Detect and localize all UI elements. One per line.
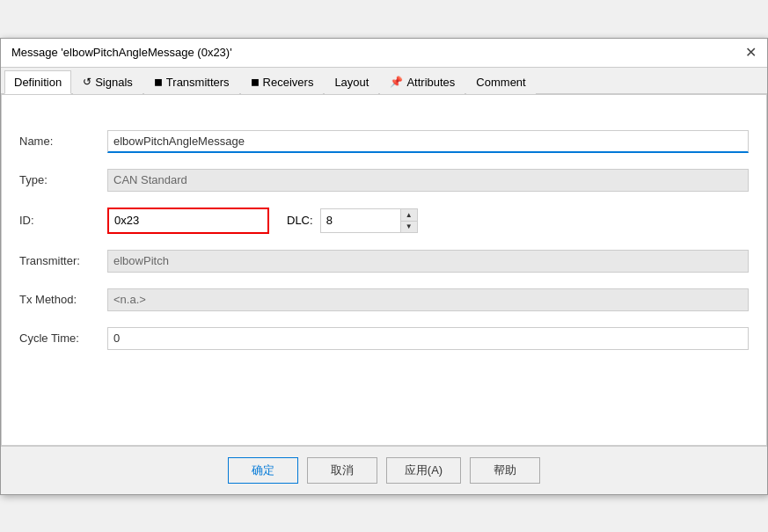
- tx-method-row: Tx Method:: [19, 288, 749, 311]
- cancel-button[interactable]: 取消: [307, 457, 377, 484]
- transmitter-input: [107, 250, 749, 273]
- transmitter-label: Transmitter:: [19, 254, 107, 267]
- dlc-decrement-button[interactable]: ▼: [401, 221, 417, 232]
- tab-layout[interactable]: Layout: [325, 70, 378, 94]
- tab-attributes-label: Attributes: [406, 76, 455, 89]
- signals-icon: ↺: [83, 76, 91, 88]
- dlc-spinner: ▲ ▼: [320, 208, 418, 233]
- window-title: Message 'elbowPitchAngleMessage (0x23)': [11, 46, 232, 59]
- receivers-icon: ◼: [251, 76, 260, 88]
- id-dlc-group: DLC: ▲ ▼: [107, 208, 418, 234]
- cycle-time-label: Cycle Time:: [19, 332, 107, 345]
- tx-method-input: [107, 288, 749, 311]
- tab-layout-label: Layout: [334, 76, 369, 89]
- tab-comment[interactable]: Comment: [466, 70, 535, 94]
- dialog-window: Message 'elbowPitchAngleMessage (0x23)' …: [0, 38, 768, 495]
- type-label: Type:: [19, 173, 107, 186]
- name-input[interactable]: [107, 130, 749, 153]
- tab-signals-label: Signals: [95, 76, 133, 89]
- tab-definition[interactable]: Definition: [4, 70, 71, 94]
- id-row: ID: DLC: ▲ ▼: [19, 208, 749, 234]
- dlc-increment-button[interactable]: ▲: [401, 209, 417, 221]
- title-bar: Message 'elbowPitchAngleMessage (0x23)' …: [1, 39, 767, 68]
- footer: 确定 取消 应用(A) 帮助: [1, 446, 767, 494]
- close-button[interactable]: ✕: [745, 46, 757, 60]
- name-label: Name:: [19, 135, 107, 148]
- apply-button[interactable]: 应用(A): [386, 457, 461, 484]
- tab-receivers[interactable]: ◼ Receivers: [241, 70, 324, 94]
- dlc-wrapper: DLC: ▲ ▼: [287, 208, 418, 233]
- tab-bar: Definition ↺ Signals ◼ Transmitters ◼ Re…: [1, 68, 767, 94]
- type-input: [107, 169, 749, 192]
- tab-receivers-label: Receivers: [263, 76, 314, 89]
- ok-button[interactable]: 确定: [228, 457, 298, 484]
- tab-content: Name: Type: ID: DLC: ▲: [1, 94, 767, 446]
- tx-method-label: Tx Method:: [19, 293, 107, 306]
- tab-attributes[interactable]: 📌 Attributes: [380, 70, 464, 94]
- cycle-time-input[interactable]: [107, 327, 749, 350]
- tab-comment-label: Comment: [476, 76, 525, 89]
- transmitter-row: Transmitter:: [19, 250, 749, 273]
- help-button[interactable]: 帮助: [470, 457, 540, 484]
- tab-transmitters[interactable]: ◼ Transmitters: [144, 70, 239, 94]
- tab-signals[interactable]: ↺ Signals: [73, 70, 143, 94]
- dlc-label: DLC:: [287, 214, 313, 227]
- id-input[interactable]: [109, 209, 267, 232]
- id-label: ID:: [19, 214, 107, 227]
- id-field-wrapper: [107, 208, 269, 234]
- cycle-time-row: Cycle Time:: [19, 327, 749, 350]
- transmitters-icon: ◼: [154, 76, 163, 88]
- spinner-buttons: ▲ ▼: [400, 209, 417, 232]
- attributes-icon: 📌: [390, 76, 403, 88]
- type-row: Type:: [19, 169, 749, 192]
- tab-transmitters-label: Transmitters: [166, 76, 230, 89]
- tab-definition-label: Definition: [14, 76, 62, 89]
- name-row: Name:: [19, 130, 749, 153]
- dlc-input[interactable]: [321, 209, 400, 232]
